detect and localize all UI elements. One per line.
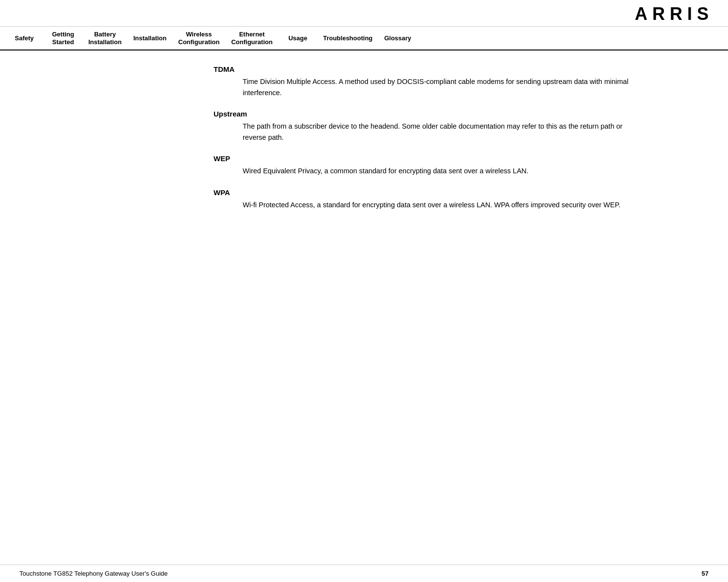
term-upstream: Upstream The path from a subscriber devi… [214, 110, 636, 143]
main-content: TDMA Time Division Multiple Access. A me… [73, 50, 655, 251]
term-def-wep: Wired Equivalent Privacy, a common stand… [243, 166, 636, 176]
arris-logo: ARRIS [635, 4, 713, 24]
footer-page-number: 57 [702, 570, 709, 577]
page-header: ARRIS [0, 0, 728, 27]
nav-item-troubleshooting[interactable]: Troubleshooting [317, 27, 379, 50]
term-wep: WEP Wired Equivalent Privacy, a common s… [214, 154, 636, 176]
nav-item-getting-started[interactable]: GettingStarted [44, 27, 83, 50]
nav-item-installation[interactable]: Installation [128, 27, 173, 50]
nav-item-glossary[interactable]: Glossary [379, 27, 417, 50]
nav-item-battery-installation[interactable]: BatteryInstallation [83, 27, 128, 50]
page-footer: Touchstone TG852 Telephony Gateway User'… [0, 565, 728, 582]
nav-item-usage[interactable]: Usage [279, 27, 317, 50]
term-wpa: WPA Wi-fi Protected Access, a standard f… [214, 188, 636, 210]
term-title-wep: WEP [214, 154, 636, 163]
nav-item-ethernet-configuration[interactable]: EthernetConfiguration [225, 27, 278, 50]
footer-text: Touchstone TG852 Telephony Gateway User'… [19, 570, 168, 577]
term-title-wpa: WPA [214, 188, 636, 197]
term-title-upstream: Upstream [214, 110, 636, 118]
glossary-section: TDMA Time Division Multiple Access. A me… [214, 65, 636, 210]
nav-item-wireless-configuration[interactable]: WirelessConfiguration [172, 27, 225, 50]
term-def-tdma: Time Division Multiple Access. A method … [243, 76, 636, 98]
term-def-upstream: The path from a subscriber device to the… [243, 121, 636, 143]
term-tdma: TDMA Time Division Multiple Access. A me… [214, 65, 636, 98]
nav-item-safety[interactable]: Safety [5, 27, 44, 50]
term-title-tdma: TDMA [214, 65, 636, 73]
navigation-bar: Safety GettingStarted BatteryInstallatio… [0, 27, 728, 50]
term-def-wpa: Wi-fi Protected Access, a standard for e… [243, 200, 636, 210]
